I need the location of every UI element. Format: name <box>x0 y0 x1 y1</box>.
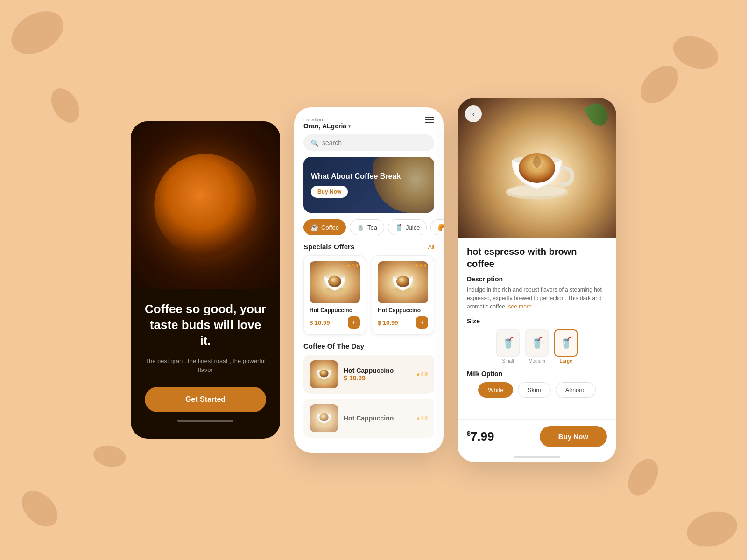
splash-screen: Coffee so good, your taste buds will lov… <box>131 121 280 439</box>
product-price-0: $ 10.99 <box>310 319 330 326</box>
bean-decoration-8 <box>622 454 664 501</box>
size-small-label: Small <box>502 358 514 364</box>
product-rating-0: ★4.9 <box>346 263 358 268</box>
add-product-0-button[interactable]: + <box>348 316 360 329</box>
location-label: Location <box>303 117 351 122</box>
search-icon: 🔍 <box>311 140 318 147</box>
next-item-rating: ★4.9 <box>416 415 428 421</box>
chevron-down-icon: ▾ <box>348 124 351 129</box>
size-large[interactable]: 🥤 Large <box>554 329 578 364</box>
tea-cat-icon: 🍵 <box>357 224 365 231</box>
splash-top-image <box>131 121 280 289</box>
next-item-name: Hot Cappuccino <box>344 414 410 422</box>
banner-title: What About Coffee Break <box>311 172 427 182</box>
bean-decoration-6 <box>634 58 685 110</box>
detail-content: hot espresso with brown coffee Descripti… <box>458 238 616 419</box>
bean-decoration-5 <box>45 83 85 127</box>
description-label: Description <box>467 275 607 283</box>
bean-decoration-7 <box>92 443 128 469</box>
milk-skim-button[interactable]: Skim <box>518 382 551 398</box>
product-rating-1: ★4.9 <box>415 263 426 268</box>
banner-buy-button[interactable]: Buy Now <box>311 186 348 198</box>
search-bar: 🔍 <box>303 134 434 151</box>
hamburger-menu-icon[interactable] <box>425 117 434 123</box>
size-label: Size <box>467 317 607 325</box>
detail-screen: ‹ hot espresso with brown coffee Descrip… <box>458 98 616 462</box>
product-image-1: ★4.9 <box>378 261 428 303</box>
milk-options: While Skim Almond <box>467 382 607 398</box>
svg-point-5 <box>396 275 409 287</box>
bean-decoration-4 <box>683 506 741 552</box>
next-item-info: Hot Cappuccino <box>344 414 410 422</box>
specials-title: Specials Offers <box>303 243 354 251</box>
price-symbol: $ <box>467 430 471 437</box>
product-card-0: ★4.9 Hot Cappuccino $ 10.99 + <box>303 255 366 335</box>
size-medium[interactable]: 🥤 Medium <box>525 329 549 364</box>
search-input[interactable] <box>322 139 427 147</box>
detail-product-name: hot espresso with brown coffee <box>467 245 607 270</box>
size-large-label: Large <box>559 358 572 364</box>
category-tea[interactable]: 🍵 Tea <box>350 219 384 235</box>
see-more-link[interactable]: see more <box>508 303 532 310</box>
splash-subtitle: The best gran , the finest roast , the p… <box>145 357 266 375</box>
home-bar <box>177 420 233 422</box>
svg-point-2 <box>328 275 341 287</box>
bean-decoration-3 <box>15 484 64 533</box>
size-options: 🥤 Small 🥤 Medium 🥤 Large <box>467 329 607 364</box>
get-started-button[interactable]: Get Started <box>145 387 266 412</box>
size-cup-small: 🥤 <box>496 329 520 357</box>
location-block: Location Oran, ALgeria ▾ <box>303 117 351 130</box>
promotional-banner: What About Coffee Break Buy Now <box>303 157 434 213</box>
category-juice[interactable]: 🥤 Juice <box>388 219 427 235</box>
specials-header: Specials Offers All <box>294 241 444 255</box>
next-item-card: Hot Cappuccino ★4.9 <box>303 399 434 438</box>
size-section: Size 🥤 Small 🥤 Medium 🥤 <box>467 317 607 364</box>
category-pastry[interactable]: 🥐 Pastry <box>430 219 444 235</box>
milk-label: Milk Option <box>467 370 607 378</box>
next-item-image <box>310 404 338 432</box>
detail-home-bar <box>514 456 560 458</box>
cod-image <box>310 360 338 388</box>
coffee-cat-icon: ☕ <box>310 224 318 231</box>
detail-price: $7.99 <box>467 429 494 444</box>
coffee-cup-image <box>154 154 257 257</box>
browse-screen: Location Oran, ALgeria ▾ 🔍 What About Co… <box>294 107 444 453</box>
category-filter: ☕ Coffee 🍵 Tea 🥤 Juice 🥐 Pastry <box>294 219 444 241</box>
svg-point-7 <box>319 370 328 378</box>
product-card-1: ★4.9 Hot Cappuccino $ 10.99 + <box>372 255 434 335</box>
detail-footer: $7.99 Buy Now <box>458 419 616 456</box>
cod-name: Hot Cappuccino <box>344 367 410 374</box>
cod-header: Coffee Of The Day <box>294 340 444 355</box>
detail-product-image: ‹ <box>458 98 616 238</box>
add-product-1-button[interactable]: + <box>416 316 428 329</box>
svg-point-9 <box>319 413 328 421</box>
specials-grid: ★4.9 Hot Cappuccino $ 10.99 + <box>294 255 444 340</box>
cod-info: Hot Cappuccino $ 10.99 <box>344 367 410 382</box>
cod-price: $ 10.99 <box>344 374 410 382</box>
pastry-cat-icon: 🥐 <box>437 224 444 231</box>
svg-point-14 <box>529 161 544 171</box>
milk-while-button[interactable]: While <box>478 382 513 398</box>
cat-coffee-label: Coffee <box>321 224 339 231</box>
specials-all-link[interactable]: All <box>428 244 434 250</box>
back-button[interactable]: ‹ <box>465 105 482 122</box>
cod-rating: ★4.9 <box>416 371 428 378</box>
splash-bottom: Coffee so good, your taste buds will lov… <box>131 289 280 439</box>
bean-decoration-2 <box>669 30 723 75</box>
location-value[interactable]: Oran, ALgeria ▾ <box>303 122 351 130</box>
category-coffee[interactable]: ☕ Coffee <box>303 219 346 235</box>
description-text: Indulge in the rich and robust flavors o… <box>467 286 607 311</box>
size-small[interactable]: 🥤 Small <box>496 329 520 364</box>
milk-almond-button[interactable]: Almond <box>556 382 596 398</box>
bean-decoration-1 <box>4 2 71 63</box>
size-cup-large: 🥤 <box>554 329 578 357</box>
browse-header: Location Oran, ALgeria ▾ <box>294 107 444 134</box>
size-cup-medium: 🥤 <box>525 329 549 357</box>
buy-now-button[interactable]: Buy Now <box>540 426 607 447</box>
size-medium-label: Medium <box>529 358 545 364</box>
splash-title: Coffee so good, your taste buds will lov… <box>145 301 266 349</box>
cod-title: Coffee Of The Day <box>303 342 364 350</box>
product-price-1: $ 10.99 <box>378 319 398 326</box>
coffee-of-day-card: Hot Cappuccino $ 10.99 ★4.9 <box>303 355 434 394</box>
banner-text: What About Coffee Break Buy Now <box>311 172 427 198</box>
